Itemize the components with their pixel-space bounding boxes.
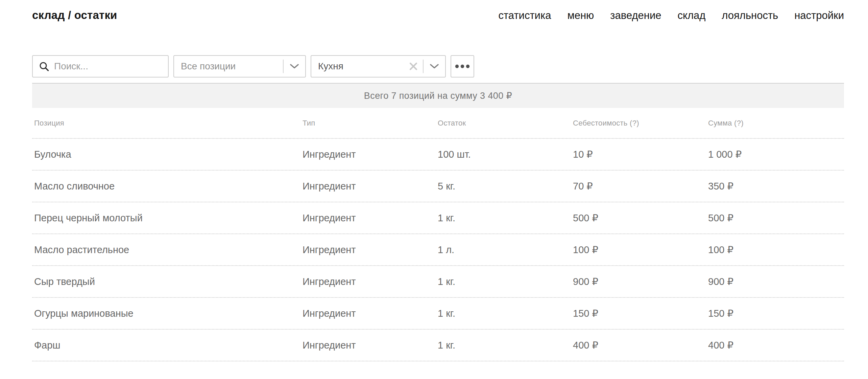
storage-filter-value: Кухня bbox=[311, 61, 404, 72]
cell-position: Фарш bbox=[32, 340, 303, 351]
clear-x-icon[interactable] bbox=[404, 62, 423, 71]
column-header: Сумма (?) bbox=[708, 119, 844, 128]
cell-position: Огурцы маринованые bbox=[32, 308, 303, 319]
breadcrumb: склад / остатки bbox=[32, 9, 117, 22]
nav-item[interactable]: склад bbox=[678, 9, 706, 22]
column-header: Позиция bbox=[32, 119, 303, 128]
cell-sum: 150 ₽ bbox=[708, 308, 844, 319]
table-row[interactable]: Масло растительное Ингредиент 1 л. 100 ₽… bbox=[32, 234, 844, 266]
ellipsis-icon bbox=[455, 64, 470, 68]
cell-sum: 1 000 ₽ bbox=[708, 149, 844, 160]
cell-type: Ингредиент bbox=[303, 149, 438, 160]
more-options-button[interactable] bbox=[451, 55, 474, 77]
cell-sum: 900 ₽ bbox=[708, 276, 844, 287]
cell-cost: 10 ₽ bbox=[573, 149, 708, 160]
cell-sum: 500 ₽ bbox=[708, 212, 844, 224]
cell-sum: 100 ₽ bbox=[708, 244, 844, 255]
table-row[interactable]: Масло сливочное Ингредиент 5 кг. 70 ₽ 35… bbox=[32, 171, 844, 202]
cell-cost: 400 ₽ bbox=[573, 339, 708, 351]
cell-type: Ингредиент bbox=[303, 181, 438, 192]
table-row[interactable]: Сыр твердый Ингредиент 1 кг. 900 ₽ 900 ₽ bbox=[32, 266, 844, 298]
storage-filter-select[interactable]: Кухня bbox=[311, 55, 446, 77]
cell-type: Ингредиент bbox=[303, 244, 438, 255]
cell-stock: 1 кг. bbox=[438, 308, 573, 319]
table-row[interactable]: Перец черный молотый Ингредиент 1 кг. 50… bbox=[32, 202, 844, 234]
cell-cost: 900 ₽ bbox=[573, 276, 708, 287]
cell-cost: 70 ₽ bbox=[573, 180, 708, 192]
cell-stock: 5 кг. bbox=[438, 181, 573, 192]
summary-bar: Всего 7 позиций на сумму 3 400 ₽ bbox=[32, 83, 844, 108]
summary-text: Всего 7 позиций на сумму 3 400 ₽ bbox=[364, 90, 512, 101]
table-row[interactable]: Фарш Ингредиент 1 кг. 400 ₽ 400 ₽ bbox=[32, 330, 844, 361]
nav-item[interactable]: заведение bbox=[610, 9, 661, 22]
positions-filter-select[interactable]: Все позиции bbox=[173, 55, 306, 77]
cell-stock: 1 л. bbox=[438, 244, 573, 255]
search-icon bbox=[39, 61, 49, 71]
cell-type: Ингредиент bbox=[303, 276, 438, 287]
cell-sum: 350 ₽ bbox=[708, 180, 844, 192]
main-nav: статистикаменюзаведениескладлояльностьна… bbox=[498, 9, 844, 22]
table-row[interactable]: Булочка Ингредиент 100 шт. 10 ₽ 1 000 ₽ bbox=[32, 139, 844, 171]
nav-item[interactable]: статистика bbox=[498, 9, 551, 22]
nav-item[interactable]: меню bbox=[567, 9, 594, 22]
table-header-row: ПозицияТипОстатокСебестоимость (?)Сумма … bbox=[32, 108, 844, 139]
cell-stock: 100 шт. bbox=[438, 149, 573, 160]
cell-cost: 500 ₽ bbox=[573, 212, 708, 224]
cell-position: Масло сливочное bbox=[32, 181, 303, 192]
search-box[interactable] bbox=[32, 55, 169, 77]
cell-cost: 100 ₽ bbox=[573, 244, 708, 255]
cell-stock: 1 кг. bbox=[438, 213, 573, 224]
table-row[interactable]: Огурцы маринованые Ингредиент 1 кг. 150 … bbox=[32, 298, 844, 330]
search-input[interactable] bbox=[54, 61, 163, 72]
top-bar: склад / остатки статистикаменюзаведениес… bbox=[32, 0, 844, 23]
filter-toolbar: Все позиции Кухня bbox=[32, 55, 844, 77]
nav-item[interactable]: лояльность bbox=[722, 9, 778, 22]
cell-position: Перец черный молотый bbox=[32, 213, 303, 224]
cell-stock: 1 кг. bbox=[438, 276, 573, 287]
nav-item[interactable]: настройки bbox=[794, 9, 844, 22]
cell-type: Ингредиент bbox=[303, 213, 438, 224]
cell-stock: 1 кг. bbox=[438, 340, 573, 351]
column-header: Остаток bbox=[438, 119, 573, 128]
cell-type: Ингредиент bbox=[303, 340, 438, 351]
cell-position: Сыр твердый bbox=[32, 276, 303, 287]
page: склад / остатки статистикаменюзаведениес… bbox=[32, 0, 844, 361]
column-header: Себестоимость (?) bbox=[573, 119, 708, 128]
cell-position: Масло растительное bbox=[32, 244, 303, 255]
cell-position: Булочка bbox=[32, 149, 303, 160]
cell-cost: 150 ₽ bbox=[573, 308, 708, 319]
chevron-down-icon[interactable] bbox=[284, 64, 305, 69]
chevron-down-icon[interactable] bbox=[424, 64, 445, 69]
stock-table: ПозицияТипОстатокСебестоимость (?)Сумма … bbox=[32, 108, 844, 361]
cell-sum: 400 ₽ bbox=[708, 339, 844, 351]
column-header: Тип bbox=[303, 119, 438, 128]
positions-filter-value: Все позиции bbox=[174, 61, 283, 72]
cell-type: Ингредиент bbox=[303, 308, 438, 319]
